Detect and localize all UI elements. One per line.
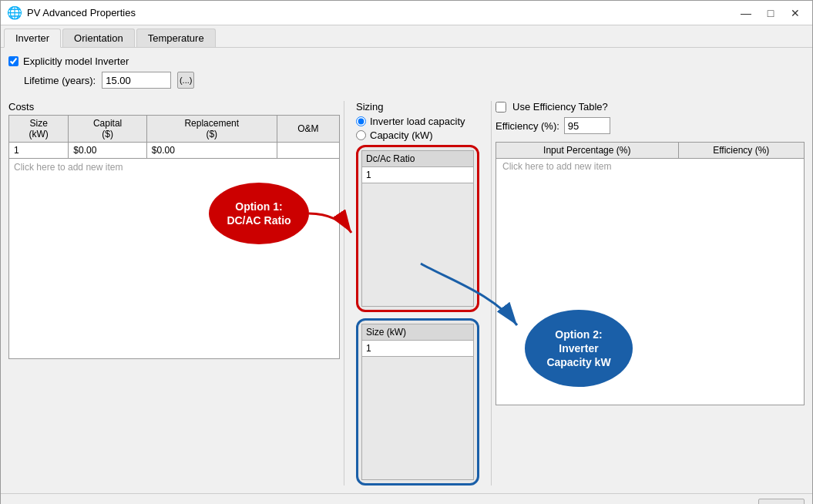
title-bar: 🌐 PV Advanced Properties — □ ✕ [1, 1, 812, 25]
cell-capital: $0.00 [69, 143, 147, 159]
radio-load-input[interactable] [356, 116, 366, 126]
middle-section: Sizing Inverter load capacity Capacity (… [348, 101, 487, 486]
radio-inverter-load: Inverter load capacity [356, 116, 479, 127]
main-window: 🌐 PV Advanced Properties — □ ✕ Inverter … [0, 0, 813, 504]
sizekw-empty-cell [362, 357, 474, 480]
app-icon: 🌐 [7, 5, 22, 20]
cell-replacement: $0.00 [146, 143, 277, 159]
efficiency-input[interactable] [564, 117, 610, 134]
divider-2 [491, 101, 492, 486]
efficiency-label: Efficiency (%): [496, 120, 559, 132]
efficiency-val-row: Efficiency (%): [496, 117, 805, 134]
sizekw-table: Size (kW) 1 [361, 324, 474, 480]
content-area: Explicitly model Inverter Lifetime (year… [1, 48, 812, 493]
sizekw-empty [362, 357, 474, 480]
explicitly-model-checkbox[interactable] [8, 56, 18, 66]
costs-label: Costs [8, 101, 340, 113]
tab-inverter[interactable]: Inverter [4, 29, 61, 48]
window-title: PV Advanced Properties [27, 7, 136, 18]
eff-col-input: Input Percentage (%) [496, 143, 679, 159]
use-efficiency-label: Use Efficiency Table? [512, 101, 608, 113]
explicitly-model-row: Explicitly model Inverter [8, 55, 805, 67]
divider-1 [344, 101, 344, 486]
ok-button[interactable]: Ok [758, 499, 805, 504]
dcac-empty [362, 183, 474, 307]
sizekw-table-container: Size (kW) 1 [356, 318, 479, 486]
sizekw-value: 1 [362, 341, 474, 357]
lifetime-row: Lifetime (years): (...) [24, 72, 805, 89]
radio-capacity-label: Capacity (kW) [370, 129, 433, 141]
cell-om [277, 143, 339, 159]
info-button[interactable]: (...) [177, 72, 194, 89]
tab-temperature[interactable]: Temperature [136, 29, 216, 47]
sizekw-row: 1 [362, 341, 474, 357]
col-replacement: Replacement($) [146, 116, 277, 143]
radio-load-label: Inverter load capacity [370, 116, 465, 127]
table-row: 1 $0.00 $0.00 [9, 143, 340, 159]
main-area: Costs Size(kW) Capital($) Replacement($)… [8, 101, 805, 486]
dcac-table: Dc/Ac Ratio 1 [361, 150, 474, 307]
radio-capacity-input[interactable] [356, 130, 366, 140]
explicitly-model-label: Explicitly model Inverter [23, 55, 129, 67]
dcac-empty-cell [362, 183, 474, 307]
title-bar-controls: — □ ✕ [735, 5, 806, 21]
lifetime-label: Lifetime (years): [24, 75, 96, 86]
bubble-red: Option 1: DC/AC Ratio [209, 183, 309, 244]
minimize-button[interactable]: — [735, 5, 757, 21]
tab-orientation[interactable]: Orientation [62, 29, 135, 47]
cell-size: 1 [9, 143, 69, 159]
radio-capacity-kw: Capacity (kW) [356, 129, 479, 141]
top-rows: Explicitly model Inverter Lifetime (year… [8, 55, 805, 89]
sizing-header: Sizing [356, 101, 479, 113]
col-om: O&M [277, 116, 339, 143]
close-button[interactable]: ✕ [784, 5, 806, 21]
efficiency-section: Use Efficiency Table? Efficiency (%): In… [496, 101, 805, 486]
maximize-button[interactable]: □ [760, 5, 781, 21]
costs-table: Size(kW) Capital($) Replacement($) O&M 1… [8, 115, 340, 159]
dcac-header: Dc/Ac Ratio [362, 151, 474, 167]
dcac-row: 1 [362, 167, 474, 183]
use-efficiency-checkbox[interactable] [496, 102, 506, 113]
ok-bar: Ok [1, 493, 812, 504]
lifetime-input[interactable] [102, 72, 171, 89]
col-size: Size(kW) [9, 116, 69, 143]
use-efficiency-row: Use Efficiency Table? [496, 101, 805, 113]
sizing-radio-group: Inverter load capacity Capacity (kW) [356, 116, 479, 141]
sizekw-header: Size (kW) [362, 324, 474, 341]
eff-col-efficiency: Efficiency (%) [678, 143, 805, 159]
dcac-table-container: Dc/Ac Ratio 1 [356, 145, 479, 312]
tab-bar: Inverter Orientation Temperature [1, 25, 812, 48]
dcac-value: 1 [362, 167, 474, 183]
costs-section: Costs Size(kW) Capital($) Replacement($)… [8, 101, 340, 486]
bubble-blue: Option 2: Inverter Capacity kW [525, 310, 633, 387]
col-capital: Capital($) [69, 116, 147, 143]
title-bar-left: 🌐 PV Advanced Properties [7, 5, 136, 20]
